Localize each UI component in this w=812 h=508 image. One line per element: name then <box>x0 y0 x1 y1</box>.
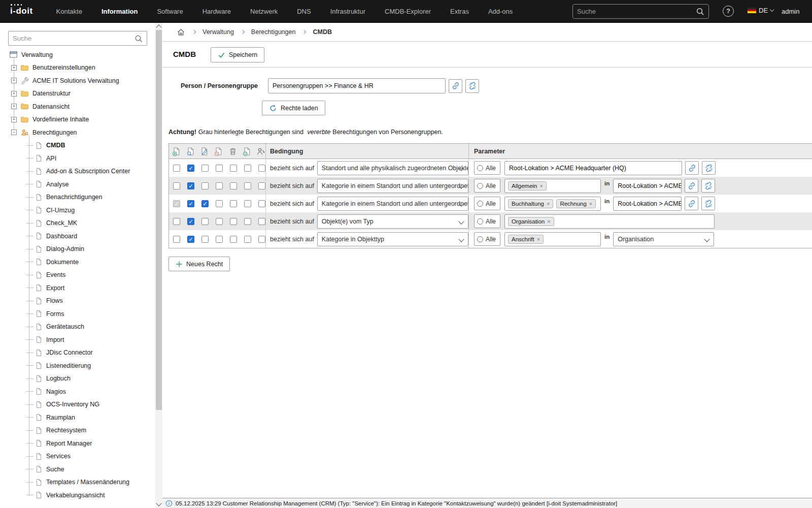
sidebar-branch-acme-it-solutions-verwaltung[interactable]: +ACME IT Solutions Verwaltung <box>0 74 155 87</box>
sidebar-branch-datenansicht[interactable]: +Datenansicht <box>0 100 155 113</box>
permission-checkbox[interactable] <box>216 200 223 207</box>
user-menu[interactable]: admin <box>782 8 799 15</box>
permission-checkbox[interactable] <box>216 182 223 189</box>
alle-radio[interactable] <box>477 218 483 225</box>
help-icon[interactable]: ? <box>723 6 734 17</box>
parameter-location-input[interactable]: Root-Lokation > ACME I <box>613 179 682 193</box>
person-group-input[interactable]: Personengruppen >> Finance & HR <box>268 78 446 93</box>
view-right-icon[interactable] <box>186 147 195 156</box>
breadcrumb-item-verwaltung[interactable]: Verwaltung <box>202 28 234 36</box>
permission-checkbox[interactable] <box>173 165 180 172</box>
parameter-tags-input[interactable]: Buchhaltung×Rechnung× <box>504 197 601 211</box>
sidebar-item-nagios[interactable]: Nagios <box>0 385 155 398</box>
sidebar-item-dashboard[interactable]: Dashboard <box>0 230 155 243</box>
nav-item-cmdb-explorer[interactable]: CMDB-Explorer <box>385 8 431 15</box>
parameter-tags-input[interactable]: Organisation× <box>504 214 715 229</box>
sidebar-item-rechtesystem[interactable]: Rechtesystem <box>0 424 155 437</box>
sidebar-item-jdisc-connector[interactable]: JDisc Connector <box>0 346 155 360</box>
permission-checkbox[interactable] <box>230 236 237 243</box>
nav-item-dns[interactable]: DNS <box>297 8 311 15</box>
sidebar-item-analyse[interactable]: Analyse <box>0 178 155 191</box>
alle-option[interactable]: Alle <box>474 232 500 246</box>
link-button[interactable] <box>685 197 698 210</box>
sidebar-item-dialog-admin[interactable]: Dialog-Admin <box>0 243 155 256</box>
language-selector[interactable]: DE <box>748 7 773 14</box>
expand-icon[interactable]: + <box>11 117 17 122</box>
link-button[interactable] <box>449 79 462 93</box>
sidebar-item-ger-tetausch[interactable]: Gerätetausch <box>0 321 155 334</box>
permission-checkbox[interactable] <box>216 218 223 225</box>
unlink-button[interactable] <box>702 161 716 175</box>
expand-icon[interactable]: + <box>11 78 17 83</box>
parameter-in-select[interactable]: Organisation <box>613 232 714 246</box>
nav-item-add-ons[interactable]: Add-ons <box>488 8 513 15</box>
permission-checkbox[interactable]: ✓ <box>201 200 209 207</box>
permission-checkbox[interactable] <box>258 218 265 225</box>
sidebar-item-check-mk[interactable]: Check_MK <box>0 217 155 230</box>
permission-checkbox[interactable] <box>216 236 223 243</box>
link-button[interactable] <box>685 179 698 193</box>
parameter-location-input[interactable]: Root-Lokation > ACME I <box>613 197 682 211</box>
idoit-logo[interactable]: i-doit <box>10 6 33 16</box>
alle-radio[interactable] <box>477 183 483 189</box>
nav-item-extras[interactable]: Extras <box>450 8 469 15</box>
parameter-tags-input[interactable]: Allgemein× <box>504 179 601 193</box>
sidebar-scrollbar[interactable] <box>155 23 162 508</box>
sidebar-item-raumplan[interactable]: Raumplan <box>0 411 155 424</box>
sidebar-item-add-on-subscription-center[interactable]: Add-on & Subscription Center <box>0 165 155 178</box>
sidebar-item-suche[interactable]: Suche <box>0 463 155 476</box>
sidebar-item-import[interactable]: Import <box>0 333 155 346</box>
nav-item-information[interactable]: Information <box>101 8 138 15</box>
sidebar-item-events[interactable]: Events <box>0 269 155 282</box>
permission-checkbox[interactable]: ✓ <box>173 200 180 207</box>
permission-checkbox[interactable]: ✓ <box>187 218 194 225</box>
scrollbar-thumb[interactable] <box>156 30 162 410</box>
permission-checkbox[interactable] <box>173 236 180 243</box>
alle-radio[interactable] <box>477 201 483 207</box>
parameter-value-input[interactable]: Root-Lokation > ACME Headquarter (HQ) <box>504 161 682 175</box>
permission-checkbox[interactable] <box>258 200 265 207</box>
permission-checkbox[interactable] <box>173 182 180 189</box>
permission-checkbox[interactable] <box>216 165 223 172</box>
condition-select[interactable]: Kategorie in einem Standort und allen un… <box>317 179 468 193</box>
permission-checkbox[interactable] <box>244 165 251 172</box>
condition-select[interactable]: Kategorie in Objekttyp <box>317 232 468 246</box>
sidebar-item-dokumente[interactable]: Dokumente <box>0 256 155 269</box>
sidebar-item-listeneditierung[interactable]: Listeneditierung <box>0 359 155 372</box>
new-right-button[interactable]: Neues Recht <box>168 257 230 271</box>
home-icon[interactable] <box>177 28 185 37</box>
permission-checkbox[interactable] <box>230 182 237 189</box>
sidebar-item-api[interactable]: API <box>0 152 155 165</box>
permission-checkbox[interactable] <box>173 218 180 225</box>
nav-item-netzwerk[interactable]: Netzwerk <box>250 8 278 15</box>
archive-right-icon[interactable] <box>243 147 252 156</box>
expand-icon[interactable]: + <box>11 91 17 97</box>
permission-checkbox[interactable]: ✓ <box>187 165 194 172</box>
sidebar-item-ci-umzug[interactable]: CI-Umzug <box>0 204 155 217</box>
sidebar-item-cmdb[interactable]: CMDB <box>0 139 155 152</box>
permission-checkbox[interactable]: ✓ <box>187 236 194 243</box>
expand-icon[interactable]: + <box>11 65 17 71</box>
sidebar-item-ocs-inventory-ng[interactable]: OCS-Inventory NG <box>0 398 155 411</box>
load-rights-button[interactable]: Rechte laden <box>262 101 325 115</box>
global-search-input[interactable]: Suche <box>572 4 709 19</box>
remove-tag-icon[interactable]: × <box>547 218 550 225</box>
permission-checkbox[interactable] <box>201 218 209 225</box>
permission-checkbox[interactable] <box>244 182 251 189</box>
collapse-icon[interactable]: − <box>11 130 17 135</box>
sidebar-item-export[interactable]: Export <box>0 281 155 295</box>
alle-option[interactable]: Alle <box>474 214 500 228</box>
sidebar-branch-benutzereinstellungen[interactable]: +Benutzereinstellungen <box>0 61 155 75</box>
add-right-icon[interactable] <box>172 147 181 156</box>
delegate-rights-icon[interactable] <box>256 147 265 156</box>
sidebar-item-services[interactable]: Services <box>0 450 155 463</box>
permission-checkbox[interactable]: ✓ <box>187 200 194 207</box>
permission-checkbox[interactable] <box>258 236 265 243</box>
alle-option[interactable]: Alle <box>474 179 500 193</box>
parameter-tags-input[interactable]: Anschrift× <box>504 232 601 246</box>
search-icon[interactable] <box>696 7 704 16</box>
remove-tag-icon[interactable]: × <box>547 201 550 207</box>
permission-checkbox[interactable] <box>258 182 265 189</box>
condition-select[interactable]: Kategorie in einem Standort und allen un… <box>317 197 468 211</box>
unlink-button[interactable] <box>465 79 479 93</box>
